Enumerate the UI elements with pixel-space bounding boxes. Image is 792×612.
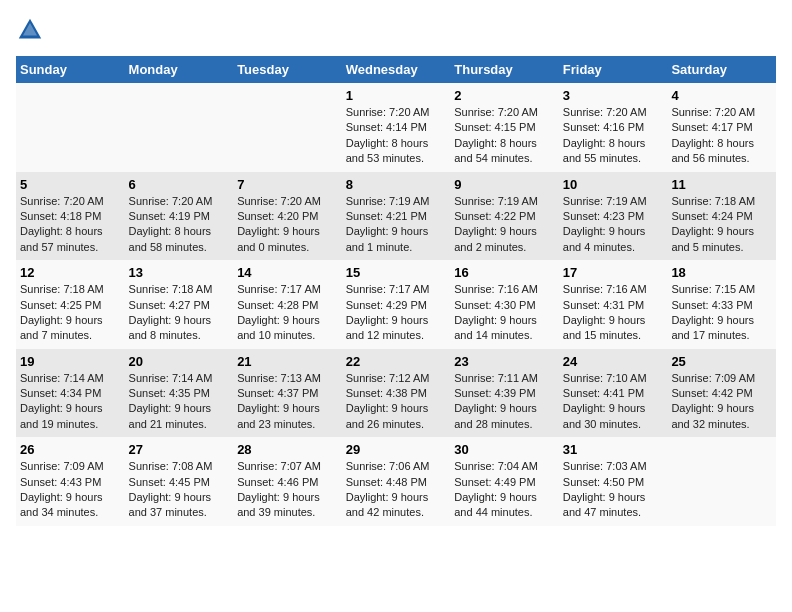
calendar-cell: 25Sunrise: 7:09 AMSunset: 4:42 PMDayligh…: [667, 349, 776, 438]
calendar-cell: 22Sunrise: 7:12 AMSunset: 4:38 PMDayligh…: [342, 349, 451, 438]
calendar-cell: 27Sunrise: 7:08 AMSunset: 4:45 PMDayligh…: [125, 437, 234, 526]
day-info: Sunrise: 7:20 AMSunset: 4:19 PMDaylight:…: [129, 194, 230, 256]
page-header: [16, 16, 776, 44]
weekday-header: Tuesday: [233, 56, 342, 83]
day-number: 25: [671, 354, 772, 369]
weekday-header: Saturday: [667, 56, 776, 83]
calendar-cell: 10Sunrise: 7:19 AMSunset: 4:23 PMDayligh…: [559, 172, 668, 261]
calendar-cell: 23Sunrise: 7:11 AMSunset: 4:39 PMDayligh…: [450, 349, 559, 438]
calendar-cell: 6Sunrise: 7:20 AMSunset: 4:19 PMDaylight…: [125, 172, 234, 261]
calendar-week-row: 26Sunrise: 7:09 AMSunset: 4:43 PMDayligh…: [16, 437, 776, 526]
weekday-header: Wednesday: [342, 56, 451, 83]
day-info: Sunrise: 7:20 AMSunset: 4:18 PMDaylight:…: [20, 194, 121, 256]
calendar-week-row: 5Sunrise: 7:20 AMSunset: 4:18 PMDaylight…: [16, 172, 776, 261]
day-number: 6: [129, 177, 230, 192]
day-number: 19: [20, 354, 121, 369]
calendar-cell: [125, 83, 234, 172]
calendar-cell: 8Sunrise: 7:19 AMSunset: 4:21 PMDaylight…: [342, 172, 451, 261]
calendar-cell: 9Sunrise: 7:19 AMSunset: 4:22 PMDaylight…: [450, 172, 559, 261]
weekday-header: Friday: [559, 56, 668, 83]
day-number: 4: [671, 88, 772, 103]
day-info: Sunrise: 7:17 AMSunset: 4:29 PMDaylight:…: [346, 282, 447, 344]
day-number: 12: [20, 265, 121, 280]
day-info: Sunrise: 7:09 AMSunset: 4:43 PMDaylight:…: [20, 459, 121, 521]
day-info: Sunrise: 7:06 AMSunset: 4:48 PMDaylight:…: [346, 459, 447, 521]
calendar-week-row: 19Sunrise: 7:14 AMSunset: 4:34 PMDayligh…: [16, 349, 776, 438]
calendar-cell: 26Sunrise: 7:09 AMSunset: 4:43 PMDayligh…: [16, 437, 125, 526]
day-number: 23: [454, 354, 555, 369]
day-info: Sunrise: 7:03 AMSunset: 4:50 PMDaylight:…: [563, 459, 664, 521]
day-info: Sunrise: 7:14 AMSunset: 4:34 PMDaylight:…: [20, 371, 121, 433]
calendar-cell: 31Sunrise: 7:03 AMSunset: 4:50 PMDayligh…: [559, 437, 668, 526]
calendar-cell: 14Sunrise: 7:17 AMSunset: 4:28 PMDayligh…: [233, 260, 342, 349]
day-number: 1: [346, 88, 447, 103]
calendar-cell: 24Sunrise: 7:10 AMSunset: 4:41 PMDayligh…: [559, 349, 668, 438]
day-info: Sunrise: 7:18 AMSunset: 4:24 PMDaylight:…: [671, 194, 772, 256]
calendar-cell: 5Sunrise: 7:20 AMSunset: 4:18 PMDaylight…: [16, 172, 125, 261]
calendar-cell: 19Sunrise: 7:14 AMSunset: 4:34 PMDayligh…: [16, 349, 125, 438]
day-number: 30: [454, 442, 555, 457]
day-info: Sunrise: 7:16 AMSunset: 4:31 PMDaylight:…: [563, 282, 664, 344]
day-info: Sunrise: 7:15 AMSunset: 4:33 PMDaylight:…: [671, 282, 772, 344]
day-info: Sunrise: 7:20 AMSunset: 4:17 PMDaylight:…: [671, 105, 772, 167]
day-number: 9: [454, 177, 555, 192]
day-number: 29: [346, 442, 447, 457]
day-number: 3: [563, 88, 664, 103]
day-info: Sunrise: 7:20 AMSunset: 4:16 PMDaylight:…: [563, 105, 664, 167]
weekday-header-row: SundayMondayTuesdayWednesdayThursdayFrid…: [16, 56, 776, 83]
calendar-cell: 30Sunrise: 7:04 AMSunset: 4:49 PMDayligh…: [450, 437, 559, 526]
calendar-cell: 11Sunrise: 7:18 AMSunset: 4:24 PMDayligh…: [667, 172, 776, 261]
weekday-header: Sunday: [16, 56, 125, 83]
day-info: Sunrise: 7:19 AMSunset: 4:23 PMDaylight:…: [563, 194, 664, 256]
day-number: 8: [346, 177, 447, 192]
day-number: 2: [454, 88, 555, 103]
day-number: 16: [454, 265, 555, 280]
day-info: Sunrise: 7:07 AMSunset: 4:46 PMDaylight:…: [237, 459, 338, 521]
day-number: 7: [237, 177, 338, 192]
calendar-cell: 1Sunrise: 7:20 AMSunset: 4:14 PMDaylight…: [342, 83, 451, 172]
day-info: Sunrise: 7:08 AMSunset: 4:45 PMDaylight:…: [129, 459, 230, 521]
calendar-table: SundayMondayTuesdayWednesdayThursdayFrid…: [16, 56, 776, 526]
calendar-cell: 7Sunrise: 7:20 AMSunset: 4:20 PMDaylight…: [233, 172, 342, 261]
calendar-cell: [233, 83, 342, 172]
calendar-cell: 28Sunrise: 7:07 AMSunset: 4:46 PMDayligh…: [233, 437, 342, 526]
day-number: 10: [563, 177, 664, 192]
day-number: 24: [563, 354, 664, 369]
day-number: 14: [237, 265, 338, 280]
calendar-cell: 18Sunrise: 7:15 AMSunset: 4:33 PMDayligh…: [667, 260, 776, 349]
calendar-cell: 15Sunrise: 7:17 AMSunset: 4:29 PMDayligh…: [342, 260, 451, 349]
calendar-cell: [667, 437, 776, 526]
day-info: Sunrise: 7:20 AMSunset: 4:20 PMDaylight:…: [237, 194, 338, 256]
day-info: Sunrise: 7:18 AMSunset: 4:27 PMDaylight:…: [129, 282, 230, 344]
day-info: Sunrise: 7:10 AMSunset: 4:41 PMDaylight:…: [563, 371, 664, 433]
day-info: Sunrise: 7:12 AMSunset: 4:38 PMDaylight:…: [346, 371, 447, 433]
logo: [16, 16, 48, 44]
day-number: 27: [129, 442, 230, 457]
day-info: Sunrise: 7:11 AMSunset: 4:39 PMDaylight:…: [454, 371, 555, 433]
weekday-header: Monday: [125, 56, 234, 83]
day-number: 22: [346, 354, 447, 369]
calendar-cell: [16, 83, 125, 172]
day-info: Sunrise: 7:16 AMSunset: 4:30 PMDaylight:…: [454, 282, 555, 344]
day-info: Sunrise: 7:04 AMSunset: 4:49 PMDaylight:…: [454, 459, 555, 521]
calendar-cell: 17Sunrise: 7:16 AMSunset: 4:31 PMDayligh…: [559, 260, 668, 349]
calendar-cell: 4Sunrise: 7:20 AMSunset: 4:17 PMDaylight…: [667, 83, 776, 172]
calendar-cell: 13Sunrise: 7:18 AMSunset: 4:27 PMDayligh…: [125, 260, 234, 349]
day-number: 18: [671, 265, 772, 280]
calendar-cell: 21Sunrise: 7:13 AMSunset: 4:37 PMDayligh…: [233, 349, 342, 438]
day-info: Sunrise: 7:19 AMSunset: 4:21 PMDaylight:…: [346, 194, 447, 256]
day-info: Sunrise: 7:09 AMSunset: 4:42 PMDaylight:…: [671, 371, 772, 433]
logo-icon: [16, 16, 44, 44]
day-number: 17: [563, 265, 664, 280]
day-number: 31: [563, 442, 664, 457]
day-info: Sunrise: 7:17 AMSunset: 4:28 PMDaylight:…: [237, 282, 338, 344]
calendar-week-row: 1Sunrise: 7:20 AMSunset: 4:14 PMDaylight…: [16, 83, 776, 172]
day-number: 28: [237, 442, 338, 457]
day-number: 26: [20, 442, 121, 457]
day-info: Sunrise: 7:19 AMSunset: 4:22 PMDaylight:…: [454, 194, 555, 256]
day-info: Sunrise: 7:20 AMSunset: 4:15 PMDaylight:…: [454, 105, 555, 167]
calendar-cell: 2Sunrise: 7:20 AMSunset: 4:15 PMDaylight…: [450, 83, 559, 172]
day-number: 5: [20, 177, 121, 192]
day-info: Sunrise: 7:18 AMSunset: 4:25 PMDaylight:…: [20, 282, 121, 344]
calendar-cell: 16Sunrise: 7:16 AMSunset: 4:30 PMDayligh…: [450, 260, 559, 349]
